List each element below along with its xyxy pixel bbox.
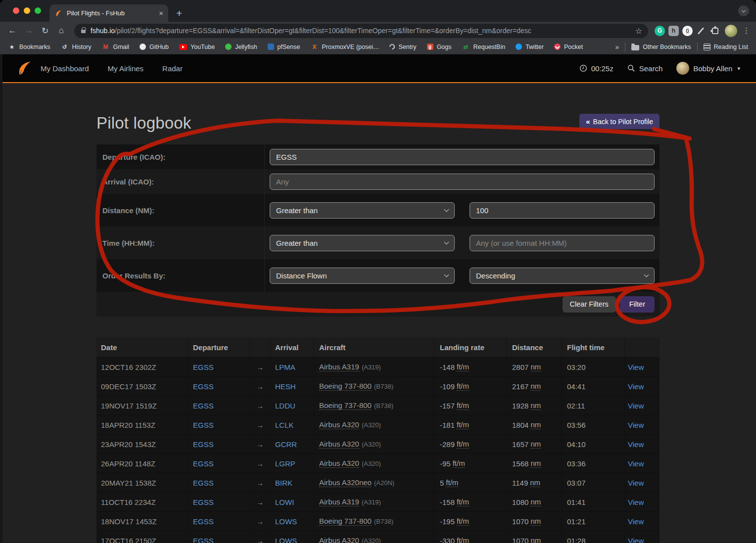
flight-time-cell: 01:28: [562, 531, 625, 543]
user-menu[interactable]: Bobby Allen ▾: [676, 62, 740, 75]
bookmark-item[interactable]: M Gmail: [101, 43, 129, 51]
distance-value-input[interactable]: [470, 202, 655, 219]
back-to-pilot-profile-button[interactable]: « Back to Pilot Profile: [579, 114, 660, 129]
bookmark-item[interactable]: g Gogs: [427, 44, 452, 50]
arrival-airport-link[interactable]: LGRP: [275, 459, 295, 468]
view-flight-link[interactable]: View: [628, 459, 644, 468]
chevron-down-icon: [644, 272, 649, 277]
arrival-airport-link[interactable]: LOWI: [275, 498, 294, 506]
round-extension-icon[interactable]: (): [682, 26, 693, 36]
view-flight-link[interactable]: View: [628, 402, 644, 410]
view-flight-link[interactable]: View: [628, 479, 644, 487]
back-icon[interactable]: ←: [6, 26, 19, 36]
departure-input[interactable]: [270, 149, 655, 165]
extensions-puzzle-icon[interactable]: [712, 28, 718, 34]
browser-menu-icon[interactable]: ⋮: [743, 26, 750, 35]
bookmark-item[interactable]: ↺ History: [61, 43, 92, 51]
bookmark-label: YouTube: [190, 44, 215, 50]
fshub-logo-icon[interactable]: [16, 60, 33, 77]
tab-search-icon[interactable]: [738, 5, 749, 16]
departure-label: Departure (ICAO):: [96, 144, 265, 169]
arrival-airport-link[interactable]: LPMA: [275, 363, 295, 371]
departure-airport-link[interactable]: EGSS: [193, 498, 214, 506]
arrival-input[interactable]: [270, 174, 655, 190]
view-flight-link[interactable]: View: [628, 517, 644, 526]
other-bookmarks-button[interactable]: Other Bookmarks: [631, 44, 691, 50]
reading-list-button[interactable]: Reading List: [704, 44, 749, 50]
route-arrow-icon: →: [250, 377, 271, 396]
reload-icon[interactable]: ↻: [39, 26, 51, 36]
forward-icon[interactable]: →: [22, 26, 35, 36]
arrival-airport-link[interactable]: LDDU: [275, 402, 295, 410]
tab-bar: Pilot Flights - FsHub × +: [0, 0, 756, 22]
minimize-window-button[interactable]: [24, 7, 30, 14]
time-operator-select[interactable]: Greater than: [270, 235, 455, 251]
bookmark-item[interactable]: GitHub: [140, 44, 169, 50]
bookmarks-overflow-icon[interactable]: »: [615, 43, 619, 51]
new-tab-button[interactable]: +: [176, 7, 182, 19]
nav-link-airlines[interactable]: My Airlines: [108, 64, 144, 73]
pen-extension-icon[interactable]: [698, 27, 705, 35]
bookmark-item[interactable]: Twitter: [516, 44, 544, 50]
close-tab-icon[interactable]: ×: [159, 9, 163, 17]
departure-airport-link[interactable]: EGSS: [193, 459, 214, 468]
view-flight-link[interactable]: View: [628, 421, 644, 429]
departure-airport-link[interactable]: EGSS: [193, 402, 214, 410]
bookmark-favicon-icon: [554, 44, 561, 50]
fullscreen-window-button[interactable]: [35, 7, 41, 14]
distance-operator-select[interactable]: Greater than: [270, 202, 455, 219]
departure-airport-link[interactable]: EGSS: [193, 440, 214, 449]
nav-link-radar[interactable]: Radar: [162, 64, 183, 73]
flight-date: 11OCT16 2234Z: [96, 493, 189, 511]
view-flight-link[interactable]: View: [628, 440, 644, 449]
browser-tab[interactable]: Pilot Flights - FsHub ×: [49, 4, 168, 22]
arrival-airport-link[interactable]: LOWS: [275, 517, 297, 526]
arrival-airport-link[interactable]: BIRK: [275, 479, 292, 487]
flight-row: 23APR20 1543Z EGSS → GCRR Airbus A320 (A…: [96, 434, 660, 453]
departure-airport-link[interactable]: EGSS: [193, 421, 214, 429]
departure-airport-link[interactable]: EGSS: [193, 382, 214, 391]
bookmark-item[interactable]: YouTube: [179, 44, 215, 50]
bookmark-item[interactable]: ★ Bookmarks: [8, 43, 50, 51]
view-flight-link[interactable]: View: [628, 498, 644, 506]
window-controls[interactable]: [13, 7, 41, 14]
order-direction-select[interactable]: Descending: [470, 268, 655, 284]
view-flight-link[interactable]: View: [628, 382, 644, 391]
caret-down-icon: ▾: [737, 65, 740, 72]
bookmark-item[interactable]: Pocket: [554, 44, 583, 50]
nav-link-dashboard[interactable]: My Dashboard: [41, 64, 89, 73]
home-icon[interactable]: ⌂: [55, 26, 68, 36]
departure-airport-link[interactable]: EGSS: [193, 517, 214, 526]
view-flight-link[interactable]: View: [628, 363, 644, 371]
departure-airport-link[interactable]: EGSS: [193, 479, 214, 487]
search-button[interactable]: Search: [627, 64, 663, 73]
bookmark-star-icon[interactable]: ☆: [635, 26, 642, 36]
filter-button[interactable]: Filter: [620, 296, 655, 313]
bookmark-item[interactable]: pfSense: [268, 44, 300, 50]
clear-filters-button[interactable]: Clear Filters: [563, 296, 616, 313]
bookmark-favicon-icon: [225, 44, 232, 50]
bookmark-item[interactable]: Jellyfish: [225, 44, 257, 50]
bookmark-item[interactable]: X ProxmoxVE (posei…: [310, 43, 379, 51]
bookmark-favicon-icon: [179, 44, 187, 50]
bookmark-item[interactable]: ⇄ RequestBin: [462, 43, 506, 51]
departure-airport-link[interactable]: EGSS: [193, 363, 214, 371]
profile-avatar[interactable]: [725, 25, 737, 37]
flight-time-cell: 03:56: [562, 415, 625, 434]
distance-cell: 1149nm: [507, 473, 562, 492]
arrival-airport-link[interactable]: LOWS: [275, 537, 297, 543]
close-window-button[interactable]: [13, 7, 19, 14]
bookmark-item[interactable]: Sentry: [389, 44, 416, 50]
order-by-select[interactable]: Distance Flown: [270, 268, 455, 284]
h-extension-icon[interactable]: h: [668, 26, 679, 36]
arrival-airport-link[interactable]: HESH: [275, 382, 296, 391]
divider: [625, 43, 625, 51]
aircraft-code: (A320): [362, 537, 381, 543]
departure-airport-link[interactable]: EGSS: [193, 537, 214, 543]
grammarly-extension-icon[interactable]: G: [655, 26, 665, 36]
address-bar[interactable]: fshub.io/pilot/2/flights?departure=EGSS&…: [74, 24, 648, 38]
arrival-airport-link[interactable]: LCLK: [275, 421, 294, 429]
arrival-airport-link[interactable]: GCRR: [275, 440, 297, 449]
time-value-input[interactable]: [470, 235, 655, 251]
view-flight-link[interactable]: View: [628, 537, 644, 543]
